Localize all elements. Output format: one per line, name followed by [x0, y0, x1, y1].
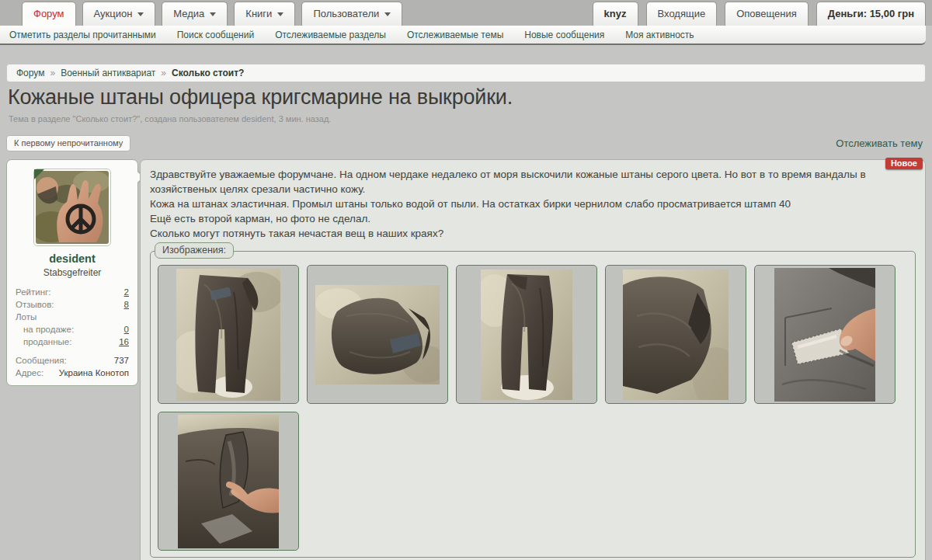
avatar[interactable]: [33, 169, 111, 246]
stat-label: Рейтинг:: [16, 287, 50, 297]
photo-pants-laid-flat: [176, 269, 280, 401]
nav-my-activity[interactable]: Моя активность: [625, 30, 694, 40]
tab-media[interactable]: Медиа: [162, 2, 228, 26]
tab-media-label: Медиа: [173, 8, 204, 19]
alerts-label: Оповещения: [736, 8, 797, 19]
attachment-thumbnail-4[interactable]: [605, 265, 746, 404]
stat-label: Лоты: [16, 312, 37, 322]
chevron-down-icon: [277, 12, 283, 16]
nav-watched-forums[interactable]: Отслеживаемые разделы: [275, 30, 386, 40]
post-text-line: Сколько могут потянуть такая нечастая ве…: [150, 226, 916, 241]
stat-feedback-value[interactable]: 8: [124, 300, 129, 309]
attachment-list: [158, 265, 908, 551]
avatar-photo: [36, 171, 109, 244]
tab-money-balance[interactable]: Деньги: 15,00 грн: [816, 2, 926, 26]
post-text-line: Ещё есть второй карман, но фото не сдела…: [150, 211, 916, 226]
breadcrumb-current[interactable]: Сколько стоит?: [172, 68, 244, 78]
author-stats: Рейтинг: 2 Отзывов: 8 Лоты на продаже: 0…: [7, 286, 137, 379]
chevron-down-icon: [384, 12, 391, 16]
watch-topic-link[interactable]: Отслеживать тему: [836, 137, 923, 149]
breadcrumb-separator: »: [50, 68, 55, 78]
nav-new-posts[interactable]: Новые сообщения: [524, 30, 604, 40]
attachment-thumbnail-6[interactable]: [158, 412, 299, 551]
first-unread-button[interactable]: К первому непрочитанному: [6, 135, 130, 151]
attachment-thumbnail-5[interactable]: [754, 265, 895, 404]
tab-users-label: Пользователи: [313, 8, 379, 19]
attachment-thumbnail-3[interactable]: [456, 265, 597, 404]
tab-books-label: Книги: [245, 8, 272, 19]
photo-pants-front: [481, 270, 572, 400]
stat-messages-value: 737: [114, 356, 129, 365]
stat-label: Отзывов:: [16, 300, 54, 309]
stat-label: проданные:: [23, 337, 71, 346]
author-user-title: Stabsgefreiter: [7, 267, 137, 278]
stat-lots-sold: проданные: 16: [7, 336, 137, 348]
tab-forum-label: Форум: [33, 8, 64, 19]
stat-label: на продаже:: [23, 325, 74, 334]
forum-toolbar: Отметить разделы прочитанными Поиск сооб…: [0, 26, 926, 45]
nav-mark-read[interactable]: Отметить разделы прочитанными: [9, 30, 156, 40]
breadcrumb: Форум » Военный антиквариат » Сколько ст…: [6, 64, 926, 82]
attachments-fieldset: Изображения:: [150, 251, 916, 558]
money-balance-label: Деньги: 15,00 грн: [828, 8, 914, 19]
photo-pants-fly-hand: [178, 415, 279, 548]
chevron-down-icon: [137, 12, 144, 16]
tab-account-username[interactable]: knyz: [593, 2, 638, 26]
photo-label-patch-finger: [774, 268, 875, 402]
tab-books[interactable]: Книги: [234, 2, 295, 26]
stat-address-value: Украина Конотоп: [59, 368, 129, 377]
tab-alerts[interactable]: Оповещения: [725, 2, 809, 26]
post-text-line: Здравствуйте уважаемые форумчане. На одн…: [150, 167, 916, 197]
tab-auction-label: Аукцион: [94, 8, 133, 19]
tab-users[interactable]: Пользователи: [301, 2, 402, 26]
stat-address: Адрес: Украина Конотоп: [7, 367, 137, 379]
stat-messages: Сообщения: 737: [7, 354, 137, 367]
account-username-label: knyz: [604, 8, 627, 19]
photo-pants-folded: [315, 285, 440, 384]
new-post-badge[interactable]: Новое: [885, 158, 923, 169]
author-card: desident Stabsgefreiter Рейтинг: 2 Отзыв…: [6, 159, 138, 386]
inbox-label: Входящие: [658, 8, 706, 19]
tab-auction[interactable]: Аукцион: [82, 2, 156, 26]
stat-rating-value[interactable]: 2: [124, 287, 129, 297]
nav-search-posts[interactable]: Поиск сообщений: [177, 30, 254, 40]
post-message: Новое Здравствуйте уважаемые форумчане. …: [140, 159, 926, 560]
thread-subtitle: Тема в разделе "Сколько стоит?", создана…: [9, 114, 331, 123]
stat-label: Адрес:: [16, 368, 43, 377]
tab-inbox[interactable]: Входящие: [646, 2, 718, 26]
stat-lots-group: Лоты: [7, 311, 137, 323]
post-text-line: Кожа на штанах эластичная. Промыл штаны …: [150, 197, 916, 211]
post: desident Stabsgefreiter Рейтинг: 2 Отзыв…: [6, 159, 926, 560]
attachment-thumbnail-1[interactable]: [158, 265, 299, 404]
stat-selling-value[interactable]: 0: [124, 325, 129, 334]
stat-label: Сообщения:: [16, 356, 67, 365]
nav-watched-threads[interactable]: Отслеживаемые темы: [407, 30, 503, 40]
stat-rating: Рейтинг: 2: [7, 286, 137, 298]
stat-sold-value[interactable]: 16: [119, 337, 129, 346]
breadcrumb-forum[interactable]: Форум: [16, 68, 44, 78]
attachments-legend: Изображения:: [155, 242, 234, 259]
attachment-thumbnail-2[interactable]: [307, 265, 448, 404]
site-tabs: Форум Аукцион Медиа Книги Пользователи: [22, 2, 402, 26]
photo-pants-closeup: [623, 270, 729, 400]
header-strip: Форум Аукцион Медиа Книги Пользователи k…: [0, 0, 932, 26]
author-username[interactable]: desident: [7, 252, 137, 265]
stat-lots-selling: на продаже: 0: [7, 323, 137, 336]
page-title: Кожаные штаны офицера кригсмарине на вык…: [8, 85, 513, 110]
tab-forum[interactable]: Форум: [22, 2, 76, 26]
stat-feedback: Отзывов: 8: [7, 298, 137, 311]
chevron-down-icon: [210, 12, 216, 16]
account-tabs: knyz Входящие Оповещения Деньги: 15,00 г…: [593, 2, 926, 26]
breadcrumb-military-antiques[interactable]: Военный антиквариат: [61, 68, 155, 78]
breadcrumb-separator: »: [161, 68, 166, 78]
online-indicator-icon: [34, 169, 44, 179]
